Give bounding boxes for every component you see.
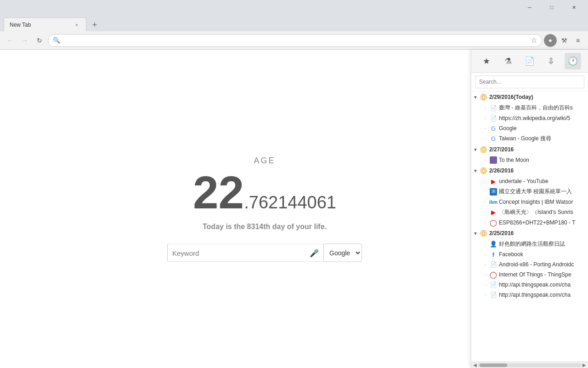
panel-horizontal-scrollbar[interactable]: ◀ ▶ bbox=[471, 362, 588, 368]
list-item[interactable]: ·· G Taiwan - Google 搜尋 bbox=[471, 133, 588, 144]
scroll-left-arrow[interactable]: ◀ bbox=[472, 362, 478, 368]
wrench-icon-button[interactable]: ⚒ bbox=[558, 34, 571, 47]
new-tab-button[interactable]: + bbox=[88, 18, 101, 31]
active-tab[interactable]: New Tab × bbox=[4, 17, 86, 31]
history-group-2016-02-27: ▼ 📀 2/27/2016 ·· To the Moon bbox=[471, 144, 588, 165]
favicon-icon: ibm bbox=[490, 198, 497, 206]
history-item-text: Taiwan - Google 搜尋 bbox=[499, 135, 584, 143]
scroll-right-arrow[interactable]: ▶ bbox=[582, 362, 587, 368]
history-tab-icon[interactable]: 🕐 bbox=[565, 53, 581, 69]
history-date-today[interactable]: ▼ 📀 2/29/2016(Today) bbox=[471, 92, 588, 103]
panel-search-input[interactable] bbox=[475, 75, 584, 88]
close-button[interactable]: ✕ bbox=[563, 0, 584, 15]
history-group-today: ▼ 📀 2/29/2016(Today) ·· 📄 臺灣 - 維基百科，自由的百… bbox=[471, 92, 588, 144]
age-number: 22 .762144061 bbox=[167, 169, 362, 215]
list-item[interactable]: ·· ▶ undertale - YouTube bbox=[471, 176, 588, 186]
list-item[interactable]: ·· 👤 好色館的網路生活觀察日誌 bbox=[471, 239, 588, 249]
history-date-2016-02-26[interactable]: ▼ 📀 2/26/2016 bbox=[471, 165, 588, 176]
favicon-icon: G bbox=[490, 125, 497, 132]
forward-button[interactable]: → bbox=[18, 34, 31, 47]
list-item[interactable]: ·· 📄 Android-x86 - Porting Android​c bbox=[471, 259, 588, 270]
favicon-icon: 📄 bbox=[490, 281, 497, 288]
bookmark-star-icon[interactable]: ☆ bbox=[531, 36, 537, 45]
list-item[interactable]: ·· To the Moon bbox=[471, 155, 588, 165]
list-item[interactable]: ·· f Facebook bbox=[471, 249, 588, 259]
history-item-text: Concept Insights | IBM Watsor bbox=[499, 199, 584, 205]
address-input[interactable] bbox=[63, 37, 528, 44]
tab-close-button[interactable]: × bbox=[73, 21, 80, 29]
list-item[interactable]: ·· ibm Concept Insights | IBM Watsor bbox=[471, 197, 588, 207]
date-label: 2/26/2016 bbox=[489, 167, 514, 174]
list-item[interactable]: ·· 📄 臺灣 - 維基百科，自由的百科s bbox=[471, 103, 588, 113]
bookmarks-tab-icon[interactable]: ★ bbox=[478, 53, 495, 69]
list-item[interactable]: ·· 📄 http://api.thingspeak.com/cha bbox=[471, 280, 588, 290]
back-button[interactable]: ← bbox=[4, 34, 17, 47]
indent-dot: ·· bbox=[484, 105, 488, 110]
panel-search bbox=[471, 73, 588, 92]
favicon-icon: 📄 bbox=[490, 291, 497, 299]
indent-dot: ·· bbox=[484, 158, 488, 163]
collapse-icon: ▼ bbox=[473, 231, 478, 236]
indent-dot: ·· bbox=[484, 242, 488, 247]
favicon-icon: 国 bbox=[490, 188, 497, 196]
age-subtitle: Today is the 8314th day of your life. bbox=[167, 223, 362, 231]
indent-dot: ·· bbox=[484, 293, 488, 298]
extension-avatar-button[interactable]: ● bbox=[544, 34, 557, 47]
indent-dot: ·· bbox=[484, 200, 488, 205]
tab-bar: New Tab × + bbox=[0, 15, 588, 31]
history-list[interactable]: ▼ 📀 2/29/2016(Today) ·· 📄 臺灣 - 維基百科，自由的百… bbox=[471, 92, 588, 362]
list-item[interactable]: ·· 📄 http://api.thingspeak.com/cha bbox=[471, 290, 588, 300]
list-item[interactable]: ·· ◯ Internet Of Things - ThingSpe bbox=[471, 270, 588, 280]
list-item[interactable]: ·· 📄 https://zh.wikipedia.org/wiki/5 bbox=[471, 113, 588, 123]
history-item-text: Google bbox=[499, 125, 584, 132]
scrollbar-track[interactable] bbox=[478, 363, 582, 367]
history-item-text: 國立交通大學 校園系統單一入 bbox=[499, 188, 584, 196]
history-item-text: To the Moon bbox=[499, 157, 584, 163]
favicon-icon: 📄 bbox=[490, 261, 497, 268]
toolbar-icons: ● ⚒ ≡ bbox=[544, 34, 584, 47]
collapse-icon: ▼ bbox=[473, 95, 478, 100]
title-bar: ─ □ ✕ bbox=[0, 0, 588, 15]
keyword-input[interactable] bbox=[172, 249, 306, 257]
favicon-icon bbox=[490, 156, 497, 164]
restore-button[interactable]: □ bbox=[541, 0, 562, 15]
history-item-text: https://zh.wikipedia.org/wiki/5 bbox=[499, 115, 584, 121]
folder-icon: 📀 bbox=[480, 146, 487, 153]
search-icon: 🔍 bbox=[53, 37, 60, 44]
history-date-2016-02-25[interactable]: ▼ 📀 2/25/2016 bbox=[471, 228, 588, 239]
minimize-button[interactable]: ─ bbox=[519, 0, 540, 15]
mic-icon[interactable]: 🎤 bbox=[310, 248, 319, 257]
reload-button[interactable]: ↻ bbox=[33, 34, 46, 47]
scrollbar-thumb[interactable] bbox=[480, 363, 507, 367]
history-group-2016-02-25: ▼ 📀 2/25/2016 ·· 👤 好色館的網路生活觀察日誌 ·· f Fac… bbox=[471, 228, 588, 300]
favicon-icon: 📄 bbox=[490, 115, 497, 122]
extensions-tab-icon[interactable]: ⚗ bbox=[500, 53, 516, 69]
folder-icon: 📀 bbox=[480, 167, 487, 174]
list-item[interactable]: ·· ◯ ESP8266+DHT22+BMP180 - T bbox=[471, 218, 588, 228]
menu-button[interactable]: ≡ bbox=[571, 34, 584, 47]
history-item-text: Facebook bbox=[499, 251, 584, 258]
list-item[interactable]: ·· 国 國立交通大學 校園系統單一入 bbox=[471, 186, 588, 197]
search-engine-select[interactable]: Google Bing Yahoo bbox=[323, 244, 362, 262]
date-label: 2/29/2016(Today) bbox=[489, 94, 533, 100]
history-item-text: Internet Of Things - ThingSpe bbox=[499, 271, 584, 278]
list-item[interactable]: ·· ▶ 〈島嶼天光〉（Island's Sunris bbox=[471, 207, 588, 218]
history-date-2016-02-27[interactable]: ▼ 📀 2/27/2016 bbox=[471, 144, 588, 155]
downloads-tab-icon[interactable]: ⇩ bbox=[543, 53, 560, 69]
history-item-text: http://api.thingspeak.com/cha bbox=[499, 282, 584, 288]
favicon-icon: ▶ bbox=[490, 178, 497, 185]
address-bar-container: 🔍 ☆ bbox=[48, 34, 542, 47]
list-item[interactable]: ·· G Google bbox=[471, 123, 588, 133]
favicon-icon: ◯ bbox=[490, 271, 497, 278]
indent-dot: ·· bbox=[484, 220, 488, 225]
search-input-container: 🎤 bbox=[167, 244, 323, 262]
indent-dot: ·· bbox=[484, 282, 488, 288]
indent-dot: ·· bbox=[484, 126, 488, 131]
indent-dot: ·· bbox=[484, 272, 488, 277]
toolbar: ← → ↻ 🔍 ☆ ● ⚒ ≡ bbox=[0, 31, 588, 50]
age-integer: 22 bbox=[193, 169, 244, 215]
history-item-text: 〈島嶼天光〉（Island's Sunris bbox=[499, 208, 584, 216]
indent-dot: ·· bbox=[484, 262, 488, 267]
history-item-text: 臺灣 - 維基百科，自由的百科s bbox=[499, 104, 584, 112]
reading-list-tab-icon[interactable]: 📄 bbox=[521, 53, 538, 69]
